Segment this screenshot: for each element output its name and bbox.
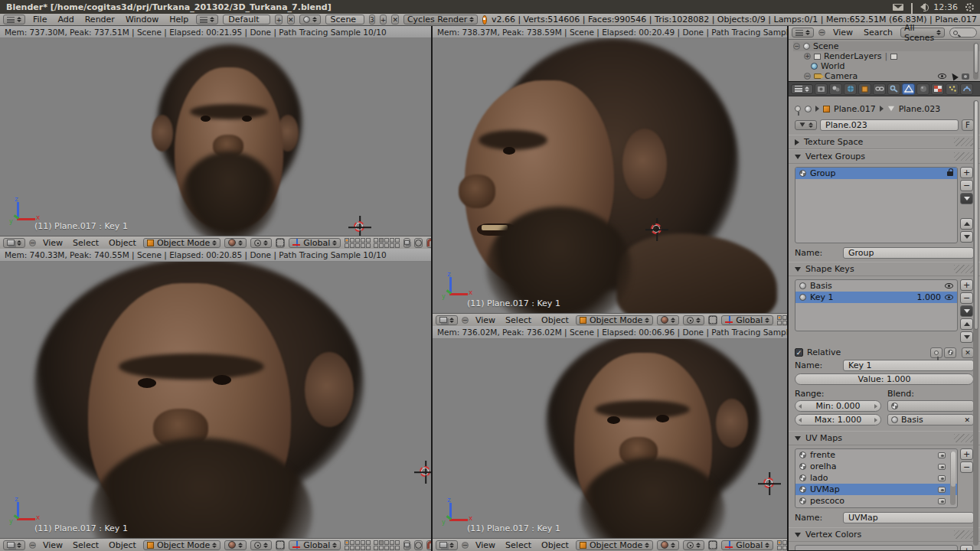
fake-user-button[interactable]: F — [962, 119, 974, 131]
panel-grip[interactable] — [954, 138, 974, 146]
lock-to-scene-button[interactable] — [403, 540, 410, 550]
menu-view[interactable]: View — [40, 238, 66, 248]
move-up-button[interactable] — [960, 218, 973, 230]
panel-grip[interactable] — [954, 265, 974, 273]
viewport-profile-render[interactable]: zxy (11) Plane.017 : Key 1 — [433, 38, 787, 313]
collapse-menus-icon[interactable]: − — [29, 240, 36, 246]
shading-dropdown[interactable] — [224, 540, 247, 550]
add-uv-map-button[interactable]: + — [960, 448, 973, 460]
outliner-item-world[interactable]: World — [793, 61, 980, 71]
menu-object[interactable]: Object — [538, 540, 572, 550]
panel-grip[interactable] — [954, 152, 974, 161]
shape-key-specials-menu[interactable] — [960, 305, 973, 317]
screen-layout-dropdown[interactable] — [196, 15, 218, 24]
outliner-item-scene[interactable]: − Scene — [793, 41, 980, 51]
outliner-item-renderlayers[interactable]: + RenderLayers | — [793, 51, 980, 61]
shape-key-row-basis[interactable]: Basis — [795, 280, 957, 292]
render-active-toggle[interactable] — [938, 487, 946, 493]
relative-checkbox[interactable]: ✓ — [795, 348, 803, 357]
tab-physics[interactable] — [960, 83, 973, 95]
layers-widget[interactable] — [777, 315, 787, 325]
menu-select[interactable]: Select — [502, 540, 534, 550]
3d-cursor[interactable] — [761, 475, 778, 492]
expand-icon[interactable]: + — [804, 53, 811, 60]
manipulator-toggle[interactable] — [708, 540, 717, 550]
orientation-dropdown[interactable]: Global — [721, 315, 773, 325]
3d-cursor[interactable] — [648, 221, 665, 238]
breadcrumb-data[interactable]: Plane.023 — [899, 104, 941, 114]
menu-window[interactable]: Window — [122, 15, 162, 24]
menu-view[interactable]: View — [472, 540, 498, 550]
pivot-dropdown[interactable] — [683, 540, 704, 550]
proportional-edit-button[interactable] — [414, 238, 423, 248]
menu-view[interactable]: View — [830, 28, 856, 37]
delete-scene-button[interactable]: ✕ — [391, 15, 399, 24]
outliner-scrollbar[interactable] — [973, 43, 978, 80]
manipulator-toggle[interactable] — [276, 238, 285, 248]
render-engine-dropdown[interactable]: Cycles Render — [403, 15, 478, 24]
panel-grip[interactable] — [954, 434, 974, 442]
3d-cursor[interactable] — [351, 219, 368, 236]
vertex-group-specials-menu[interactable] — [960, 193, 973, 204]
vertex-group-row[interactable]: Group — [795, 168, 957, 179]
shading-dropdown[interactable] — [224, 238, 247, 248]
proportional-edit-button[interactable] — [414, 540, 423, 550]
tab-texture[interactable] — [931, 83, 944, 95]
layers-widget[interactable] — [345, 540, 400, 550]
uv-map-row[interactable]: frente — [795, 449, 957, 461]
renderability-toggle-icon[interactable] — [962, 73, 969, 80]
collapse-menus-icon[interactable]: − — [462, 317, 469, 324]
pivot-dropdown[interactable] — [250, 540, 272, 550]
render-active-toggle[interactable] — [938, 475, 946, 481]
menu-help[interactable]: Help — [166, 15, 191, 24]
selectability-toggle-icon[interactable] — [949, 72, 959, 81]
render-active-toggle[interactable] — [938, 452, 946, 458]
blend-basis-field[interactable]: Basis✕ — [887, 414, 974, 425]
mode-dropdown[interactable]: Object Mode — [143, 238, 220, 248]
panel-shape-keys[interactable]: Shape Keys — [789, 262, 980, 276]
breadcrumb-object[interactable]: Plane.017 — [834, 104, 876, 114]
tab-render[interactable] — [815, 83, 828, 95]
uv-map-row[interactable]: lado — [795, 472, 957, 484]
render-active-toggle[interactable] — [938, 498, 946, 504]
shape-key-name-field[interactable]: Key 1 — [843, 360, 974, 371]
uv-map-row-selected[interactable]: UVMap — [795, 484, 957, 495]
collapse-menus-icon[interactable]: − — [462, 542, 469, 549]
mode-dropdown[interactable]: Object Mode — [576, 315, 653, 325]
range-min-slider[interactable]: Min: 0.000 — [795, 400, 881, 412]
panel-vertex-groups[interactable]: Vertex Groups — [789, 149, 980, 164]
menu-select[interactable]: Select — [70, 540, 102, 550]
add-shape-key-button[interactable]: + — [960, 279, 973, 291]
editor-type-dropdown[interactable] — [791, 84, 813, 94]
editor-type-dropdown[interactable] — [3, 15, 25, 24]
tab-modifiers[interactable] — [887, 83, 900, 95]
pin-shape-button[interactable] — [930, 347, 942, 358]
shape-key-row-key1[interactable]: Key 1 1.000 — [795, 292, 957, 303]
gear-icon[interactable] — [965, 3, 974, 11]
tab-constraints[interactable] — [873, 83, 886, 95]
panel-grip[interactable] — [954, 530, 974, 539]
volume-icon[interactable] — [920, 3, 926, 11]
pivot-dropdown[interactable] — [250, 238, 272, 248]
tab-particles[interactable] — [946, 83, 959, 95]
shape-key-value-slider[interactable]: Value: 1.000 — [795, 373, 974, 385]
snap-toggle-button[interactable] — [426, 238, 431, 248]
scene-users-count[interactable]: 3 — [369, 15, 375, 24]
layers-widget[interactable] — [345, 238, 400, 248]
menu-select[interactable]: Select — [502, 315, 534, 325]
network-signal-icon[interactable] — [911, 3, 913, 11]
mode-dropdown[interactable]: Object Mode — [143, 540, 220, 550]
properties-scrollbar[interactable] — [973, 100, 978, 546]
pivot-dropdown[interactable] — [683, 315, 704, 325]
vertex-group-name-field[interactable]: Group — [843, 247, 974, 259]
tab-object-data[interactable] — [902, 83, 915, 95]
shading-dropdown[interactable] — [657, 540, 679, 550]
uv-map-row[interactable]: orelha — [795, 461, 957, 472]
editor-type-dropdown[interactable] — [436, 540, 458, 550]
editor-type-dropdown[interactable] — [3, 540, 25, 550]
editor-type-dropdown[interactable] — [3, 238, 25, 248]
delete-layout-button[interactable]: ✕ — [287, 15, 295, 24]
collapse-menus-icon[interactable]: − — [29, 542, 36, 549]
panel-vertex-colors[interactable]: Vertex Colors — [789, 527, 980, 542]
panel-texture-space[interactable]: Texture Space — [789, 135, 980, 149]
